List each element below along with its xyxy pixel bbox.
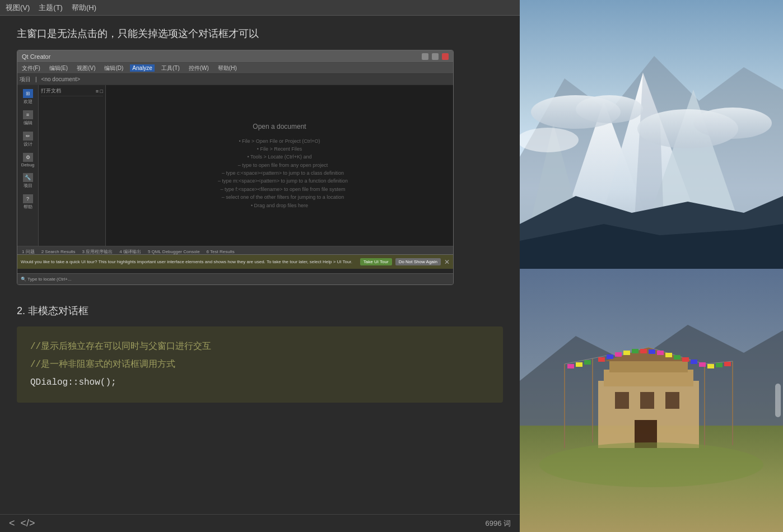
qt-menu-help[interactable]: 帮助(H) xyxy=(216,64,239,73)
qt-notification-close-icon[interactable]: ✕ xyxy=(444,258,450,266)
qt-body: ⊞ 欢迎 ≡ 编辑 ✏ 设计 ⚙ Debug xyxy=(17,85,453,246)
left-panel: 视图(V) 主题(T) 帮助(H) 主窗口是无法点击的，只能关掉选项这个对话框才… xyxy=(0,0,520,532)
qt-debug-icon: ⚙ xyxy=(23,153,33,162)
svg-rect-39 xyxy=(657,351,664,355)
svg-rect-38 xyxy=(649,349,655,354)
svg-point-48 xyxy=(539,442,763,487)
qt-open-doc-item-8: • Drag and drop files here xyxy=(251,202,308,209)
word-count: 6996 词 xyxy=(485,519,511,529)
qt-status-locate: 🔍 Type to locate (Ctrl+... xyxy=(21,277,72,282)
qt-design-icon: ✏ xyxy=(23,132,33,141)
menu-theme[interactable]: 主题(T) xyxy=(39,3,63,13)
qt-projects-label: 项目 xyxy=(24,183,32,189)
content-area: 主窗口是无法点击的，只能关掉选项这个对话框才可以 Qt Creator 文件(F… xyxy=(0,16,520,514)
qt-open-doc-item-4: – type c:<space><pattern> to jump to a c… xyxy=(215,169,344,177)
mountain-svg xyxy=(520,0,783,269)
qt-menu-tools[interactable]: 工具(T) xyxy=(159,64,182,73)
svg-rect-21 xyxy=(615,392,629,409)
qt-debug-label: Debug xyxy=(21,162,35,167)
qt-edit-icon: ≡ xyxy=(23,110,33,119)
qt-help-label: 帮助 xyxy=(24,204,32,210)
qt-projects-icon: 🔧 xyxy=(23,173,33,182)
right-panel xyxy=(520,0,783,532)
svg-rect-30 xyxy=(576,362,582,367)
qt-toolbar-project-label: 项目 xyxy=(20,76,31,83)
bottom-nav-code[interactable]: </> xyxy=(21,517,35,529)
code-comment-1: //显示后独立存在可以同时与父窗口进行交互 xyxy=(30,338,490,356)
qt-file-panel-icons: ≡ □ xyxy=(96,88,103,94)
qt-open-doc-item-3: – type to open file from any open projec… xyxy=(231,161,328,169)
svg-rect-22 xyxy=(640,392,654,409)
qt-sidebar-edit[interactable]: ≡ 编辑 xyxy=(17,109,38,128)
qt-toolbar-no-doc: <no document> xyxy=(41,76,81,82)
qt-close-btn[interactable] xyxy=(442,53,449,60)
svg-rect-43 xyxy=(691,360,697,364)
svg-rect-19 xyxy=(609,361,688,372)
right-scrollbar[interactable] xyxy=(775,384,781,417)
qt-notification-bar: Would you like to take a quick UI tour? … xyxy=(17,254,453,269)
section2-heading: 2. 非模态对话框 xyxy=(17,304,503,318)
qt-welcome-icon: ⊞ xyxy=(23,89,33,98)
qt-title-text: Qt Creator xyxy=(22,53,50,60)
qt-sidebar-welcome[interactable]: ⊞ 欢迎 xyxy=(17,87,38,106)
qt-toolbar: 项目 | <no document> xyxy=(17,74,453,85)
menu-view[interactable]: 视图(V) xyxy=(6,3,30,13)
qt-open-doc-item-6: – type f:<space><filename> to open file … xyxy=(213,185,345,193)
qt-help-icon: ? xyxy=(23,194,33,203)
qt-file-panel-header: 打开文档 ≡ □ xyxy=(41,87,103,96)
svg-rect-46 xyxy=(716,363,723,367)
qt-open-doc-item-5: – type m:<space><pattern> to jump to a f… xyxy=(211,177,348,185)
qt-open-doc-item-1: • File > Recent Files xyxy=(257,145,302,153)
qt-maximize-btn[interactable] xyxy=(432,53,439,60)
svg-rect-36 xyxy=(632,349,638,353)
qt-menu-build[interactable]: 编辑(D) xyxy=(102,64,125,73)
qt-editor: Open a document • File > Open File or Pr… xyxy=(106,85,453,246)
svg-rect-37 xyxy=(640,349,647,353)
code-comment-2: //是一种非阻塞式的对话框调用方式 xyxy=(30,356,490,374)
qt-editor-open-doc: Open a document • File > Open File or Pr… xyxy=(106,85,453,246)
svg-rect-40 xyxy=(665,353,672,357)
qt-sidebar-help[interactable]: ? 帮助 xyxy=(17,193,38,212)
svg-rect-44 xyxy=(699,362,706,367)
qt-open-doc-item-7: – select one of the other filters for ju… xyxy=(215,193,344,201)
qt-menu-edit[interactable]: 编辑(E) xyxy=(47,64,70,73)
code-block: //显示后独立存在可以同时与父窗口进行交互 //是一种非阻塞式的对话框调用方式 … xyxy=(17,326,503,403)
bottom-nav-prev[interactable]: < xyxy=(9,517,15,529)
svg-rect-34 xyxy=(615,352,622,357)
svg-point-10 xyxy=(693,108,772,139)
qt-toolbar-divider: | xyxy=(35,76,37,82)
qt-titlebar: Qt Creator xyxy=(17,50,453,63)
qt-menu-controls[interactable]: 控件(W) xyxy=(187,64,211,73)
svg-rect-35 xyxy=(623,351,630,355)
svg-rect-32 xyxy=(598,357,605,362)
qt-menu-file[interactable]: 文件(F) xyxy=(20,64,43,73)
svg-rect-23 xyxy=(665,392,679,409)
qt-titlebar-buttons xyxy=(422,53,449,60)
svg-point-11 xyxy=(520,128,579,152)
qt-sidebar-design[interactable]: ✏ 设计 xyxy=(17,130,38,149)
qt-menu-analyze[interactable]: Analyze xyxy=(130,64,155,72)
svg-rect-31 xyxy=(584,360,591,365)
qt-creator-mockup: Qt Creator 文件(F) 编辑(E) 视图(V) 编辑(D) Analy… xyxy=(17,50,454,285)
right-photo-top xyxy=(520,0,783,269)
qt-sidebar-debug[interactable]: ⚙ Debug xyxy=(17,151,38,169)
qt-do-not-show-btn[interactable]: Do Not Show Again xyxy=(395,258,441,265)
qt-sidebar-projects[interactable]: 🔧 项目 xyxy=(17,171,38,190)
qt-file-panel: 打开文档 ≡ □ xyxy=(39,85,106,246)
qt-status-bar: 🔍 Type to locate (Ctrl+... xyxy=(17,273,453,284)
tibetan-scene-svg xyxy=(520,269,783,532)
qt-menu-view[interactable]: 视图(V) xyxy=(74,64,97,73)
qt-open-doc-title: Open a document xyxy=(253,122,306,132)
code-line-1: QDialog::show(); xyxy=(30,374,490,391)
qt-edit-label: 编辑 xyxy=(24,120,32,126)
qt-take-tour-btn[interactable]: Take UI Tour xyxy=(360,258,392,265)
bottom-bar: < </> 6996 词 xyxy=(0,514,520,532)
qt-open-doc-item-2: • Tools > Locate (Ctrl+K) and xyxy=(247,153,311,161)
svg-rect-41 xyxy=(674,355,681,360)
qt-menubar: 文件(F) 编辑(E) 视图(V) 编辑(D) Analyze 工具(T) 控件… xyxy=(17,63,453,74)
right-photo-bottom xyxy=(520,269,783,532)
menu-help[interactable]: 帮助(H) xyxy=(72,3,96,13)
qt-sidebar: ⊞ 欢迎 ≡ 编辑 ✏ 设计 ⚙ Debug xyxy=(17,85,39,246)
qt-minimize-btn[interactable] xyxy=(422,53,428,60)
qt-design-label: 设计 xyxy=(24,141,32,147)
